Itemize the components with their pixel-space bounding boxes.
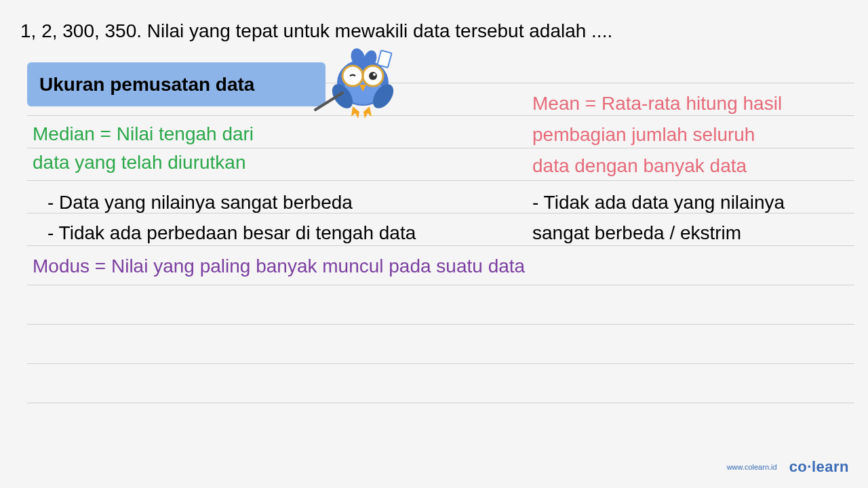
- ruled-line: [27, 363, 854, 364]
- footer: www.colearn.id co·learn: [727, 458, 849, 476]
- median-bullet-1: - Data yang nilainya sangat berbeda: [47, 188, 416, 218]
- mean-definition-line2: pembagian jumlah seluruh: [532, 119, 782, 150]
- ruled-line: [27, 324, 854, 325]
- mean-definition: Mean = Rata-rata hitung hasil pembagian …: [532, 88, 782, 182]
- footer-logo: co·learn: [789, 458, 849, 476]
- mean-definition-line3: data dengan banyak data: [532, 150, 782, 182]
- mean-bullet-2: sangat berbeda / ekstrim: [532, 218, 785, 249]
- question-text: 1, 2, 300, 350. Nilai yang tepat untuk m…: [20, 20, 854, 42]
- title-box: Ukuran pemusatan data: [27, 62, 326, 106]
- svg-point-10: [373, 73, 376, 76]
- mean-definition-line1: Mean = Rata-rata hitung hasil: [532, 88, 782, 119]
- median-definition-line1: Median = Nilai tengah dari: [33, 120, 254, 148]
- ruled-line: [27, 403, 854, 403]
- ruled-line: [27, 285, 854, 285]
- median-bullets: - Data yang nilainya sangat berbeda - Ti…: [47, 188, 416, 249]
- lesson-slide: 1, 2, 300, 350. Nilai yang tepat untuk m…: [0, 0, 868, 488]
- footer-url: www.colearn.id: [727, 463, 777, 471]
- mean-bullets: - Tidak ada data yang nilainya sangat be…: [532, 188, 785, 249]
- owl-mascot-icon: [305, 45, 400, 127]
- median-bullet-2: - Tidak ada perbedaan besar di tengah da…: [47, 218, 416, 249]
- svg-point-9: [369, 72, 377, 80]
- modus-definition: Modus = Nilai yang paling banyak muncul …: [33, 256, 525, 277]
- mean-bullet-1: - Tidak ada data yang nilainya: [532, 188, 785, 218]
- median-definition-line2: data yang telah diurutkan: [33, 152, 245, 174]
- title-box-text: Ukuran pemusatan data: [39, 74, 254, 96]
